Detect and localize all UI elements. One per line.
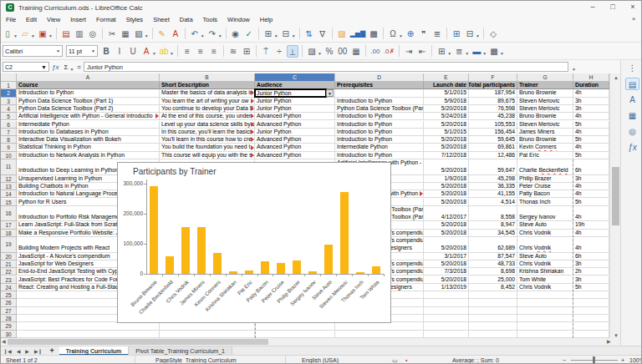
paste-icon[interactable]: ▧ — [133, 28, 145, 40]
horizontal-scrollbar[interactable]: ◀ ▶ — [1, 338, 620, 346]
row-header-9[interactable]: 9 — [1, 144, 17, 151]
bar-steven-meriovic[interactable] — [340, 192, 349, 274]
row-header-6[interactable]: 6 — [1, 121, 17, 129]
cell-A6[interactable]: Intermediate Python — [17, 121, 160, 129]
cell-A2[interactable]: Introduction to Python — [17, 89, 160, 97]
border-style-icon[interactable]: ≣ — [453, 45, 465, 58]
cell-C5[interactable]: Advanced Python — [255, 113, 335, 120]
menu-tools[interactable]: Tools — [198, 16, 223, 23]
cell-F3[interactable]: 89,675 — [469, 98, 517, 105]
scroll-right-icon[interactable]: ▶ — [607, 338, 611, 346]
cell-H25[interactable] — [573, 291, 609, 299]
cell-H2[interactable]: 4h — [573, 89, 609, 97]
row-header-26[interactable]: 26 — [1, 299, 17, 306]
cell-E23[interactable]: 5/20/2018 — [424, 276, 469, 284]
cell-C3[interactable]: Junior Python — [255, 98, 335, 105]
cell-B4[interactable]: You continue to develop your Data S — [160, 105, 255, 113]
background-color-dropdown-icon[interactable]: ▼ — [482, 51, 487, 56]
special-character-icon[interactable]: Ω — [387, 28, 399, 40]
zoom-level[interactable]: 100% — [629, 356, 642, 364]
bar-thonas-inch[interactable] — [356, 272, 364, 274]
cell-G27[interactable] — [517, 307, 573, 315]
background-color-icon[interactable]: ▬ — [471, 45, 482, 58]
cell-G11[interactable]: Charlie Beckenfield — [517, 159, 573, 175]
cell-F16[interactable]: 8,558 — [469, 206, 517, 222]
autosum-dropdown-icon[interactable]: ▼ — [69, 67, 74, 72]
row-header-1[interactable]: 1 — [1, 82, 17, 89]
cell-F28[interactable] — [469, 315, 517, 322]
decrease-indent-icon[interactable]: ⇤ — [416, 45, 428, 58]
cell-G1[interactable]: Trainer — [517, 82, 573, 89]
find-replace-icon[interactable]: ◉ — [230, 28, 242, 40]
cell-H8[interactable]: 5h — [573, 136, 609, 144]
row-header-14[interactable]: 14 — [1, 190, 17, 198]
row-header-23[interactable]: 23 — [1, 276, 17, 284]
align-left-icon[interactable]: ≡ — [181, 45, 193, 58]
bold-icon[interactable]: B — [100, 45, 112, 58]
cell-E18[interactable]: 5/20/2018 — [424, 230, 469, 237]
row-header-15[interactable]: 15 — [1, 199, 17, 206]
page-style[interactable]: PageStyle_Training Curriculum — [155, 356, 237, 364]
sidebar-functions-icon[interactable]: ƒx — [625, 141, 639, 154]
column-header-F[interactable]: F — [469, 73, 517, 82]
bar-charlie-beckenfield[interactable] — [166, 256, 174, 274]
cell-A4[interactable]: Python Data Science Toolbox (Part 2) — [17, 105, 160, 113]
insert-image-fmt-icon[interactable]: ▨ — [306, 45, 318, 58]
cell-E29[interactable] — [424, 322, 469, 330]
cell-E6[interactable]: 5/20/2018 — [424, 121, 469, 129]
font-color-dropdown-icon[interactable]: ▼ — [152, 51, 156, 56]
cell-D3[interactable]: Introduction to Python — [335, 98, 424, 105]
cell-B29[interactable] — [160, 322, 255, 330]
cell-C9[interactable]: Advanced Python — [255, 144, 335, 151]
cell-G12[interactable]: Philip Brazer — [517, 175, 573, 183]
row-header-17[interactable]: 17 — [1, 221, 17, 229]
menu-help[interactable]: Help — [255, 16, 278, 23]
menu-styles[interactable]: Styles — [121, 16, 148, 23]
cell-F20[interactable]: 87,547 — [469, 253, 517, 260]
format-date-icon[interactable]: ▦ — [350, 45, 362, 58]
cell-B9[interactable]: You build the foundation you need t — [160, 144, 255, 151]
format-number-icon[interactable]: 00 — [337, 45, 349, 58]
selected-cell-C2[interactable]: Junior Python▼ — [254, 88, 327, 97]
insert-chart-icon[interactable]: ▂▅▇ — [349, 28, 366, 40]
split-window-icon[interactable]: ⊟ — [464, 28, 476, 40]
formula-equals-icon[interactable]: = — [77, 63, 81, 71]
cell-E14[interactable]: 5/20/2018 — [424, 190, 469, 198]
cell-H20[interactable]: 6h — [573, 253, 609, 260]
cell-G16[interactable]: Sergey Ivanov — [517, 206, 573, 222]
cell-G13[interactable]: Peter Cruise — [517, 183, 573, 190]
cell-G7[interactable]: James Miners — [517, 129, 573, 136]
bar-krishna-shiriakan[interactable] — [229, 271, 237, 274]
cell-G4[interactable]: Steven Meriovic — [517, 105, 573, 113]
bar-tom-white[interactable] — [372, 266, 380, 274]
cell-H11[interactable]: 6h — [573, 159, 609, 175]
row-header-19[interactable]: 19 — [1, 237, 17, 253]
menu-sheet[interactable]: Sheet — [148, 16, 175, 23]
cell-D10[interactable]: Introduction to Python — [335, 152, 424, 159]
align-top-icon[interactable]: ⍑ — [260, 45, 272, 58]
export-pdf-icon[interactable]: ▤ — [60, 28, 72, 40]
add-decimal-place-icon[interactable]: .00 — [369, 45, 381, 58]
new-document-dropdown-icon[interactable]: ▼ — [13, 33, 18, 38]
sidebar-navigator-icon[interactable]: ◎ — [625, 125, 639, 138]
underline-icon[interactable]: U — [127, 45, 139, 58]
center-vertically-icon[interactable]: ÷ — [273, 45, 285, 58]
row-header-2[interactable]: 2 — [1, 89, 17, 97]
cell-F29[interactable] — [469, 322, 517, 330]
cell-D9[interactable]: Intermediate Python — [335, 144, 424, 151]
cell-B30[interactable] — [160, 331, 255, 338]
bar-chris-vodnik[interactable] — [181, 227, 190, 274]
cell-A7[interactable]: Introduction to Databases in Python — [17, 129, 160, 136]
copy-icon[interactable]: ▦ — [120, 28, 131, 40]
cell-F15[interactable]: 4,514 — [469, 199, 517, 206]
cell-F22[interactable]: 8,698 — [469, 268, 517, 276]
split-window-dropdown-icon[interactable]: ▼ — [476, 33, 480, 38]
next-sheet-icon[interactable]: ▶ — [23, 348, 32, 354]
cell-E28[interactable] — [424, 315, 469, 322]
undo-dropdown-icon[interactable]: ▼ — [201, 33, 205, 38]
row-header-30[interactable]: 30 — [1, 331, 17, 338]
cell-E1[interactable]: Launch date — [424, 82, 469, 89]
open-dropdown-icon[interactable]: ▼ — [31, 33, 35, 38]
language[interactable]: English (USA) — [302, 356, 339, 364]
expand-formula-bar-icon[interactable]: ▼ — [572, 67, 576, 72]
